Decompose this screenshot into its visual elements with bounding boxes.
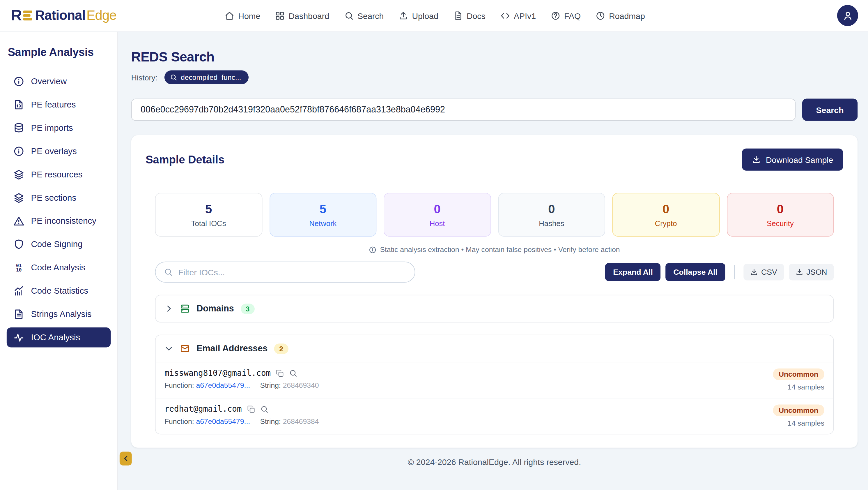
sidebar-item-strings-analysis[interactable]: Strings Analysis [7,302,111,326]
filter-iocs-input[interactable] [178,267,406,277]
download-icon [796,268,803,276]
sidebar-item-code-analysis[interactable]: 01 10 Code Analysis [7,256,111,279]
logo-r-mark: R [11,7,21,24]
user-icon [842,10,853,21]
main-content: REDS Search History: decompiled_func... … [118,31,868,490]
rarity-badge: Uncommon [773,369,824,380]
chevron-right-icon [164,304,173,313]
nav-faq[interactable]: FAQ [551,11,581,20]
search-icon [344,11,353,20]
export-csv-button[interactable]: CSV [743,264,783,280]
sidebar-item-pe-resources[interactable]: PE resources [7,163,111,186]
upload-icon [399,11,408,20]
sidebar-collapse-button[interactable] [120,452,132,465]
activity-icon [13,332,25,343]
sample-count: 14 samples [788,383,824,391]
database-icon [13,122,25,134]
nav-docs[interactable]: Docs [453,11,486,20]
sidebar-item-code-signing[interactable]: Code Signing [7,233,111,256]
sidebar-item-overview[interactable]: Overview [7,70,111,93]
ioc-row: misswang8107@gmail.com Function: a67e0da… [155,362,833,398]
nav-api[interactable]: APIv1 [500,11,536,20]
nav-roadmap[interactable]: Roadmap [595,11,645,20]
search-icon[interactable] [289,369,298,377]
nav-search[interactable]: Search [344,11,384,20]
domains-section-header[interactable]: Domains 3 [155,295,833,322]
rarity-badge: Uncommon [773,404,824,416]
bar-chart-icon [13,286,25,296]
brand-logo[interactable]: R Rational Edge [11,7,117,24]
section-name: Email Addresses [196,343,268,353]
alert-triangle-icon [13,215,25,227]
code-brackets-icon [500,11,510,20]
function-link[interactable]: a67e0da55479... [196,381,250,390]
download-icon [750,268,758,276]
history-label: History: [131,73,157,82]
sidebar-list: Overview PE features PE imports PE overl… [7,70,111,348]
expand-all-button[interactable]: Expand All [606,263,661,281]
page-title: REDS Search [131,49,858,65]
sample-details-card: Sample Details Download Sample 5 Total I… [131,135,858,448]
nav-upload[interactable]: Upload [399,11,438,20]
sidebar-item-pe-inconsistency[interactable]: PE inconsistency [7,209,111,233]
email-section-header[interactable]: Email Addresses 2 [155,335,833,362]
ioc-stats-row: 5 Total IOCs 5 Network 0 Host 0 Hashes [155,193,834,236]
search-row: Search [131,99,858,121]
mail-icon [180,343,190,353]
sidebar-item-pe-imports[interactable]: PE imports [7,116,111,140]
domains-section: Domains 3 [155,295,834,322]
help-circle-icon [551,11,560,20]
card-title: Sample Details [146,153,224,166]
sidebar-item-pe-features[interactable]: PE features [7,93,111,117]
sidebar-item-code-statistics[interactable]: Code Statistics [7,279,111,303]
stat-hashes[interactable]: 0 Hashes [498,193,605,236]
info-circle-icon [369,246,377,254]
nav-dashboard[interactable]: Dashboard [275,11,329,20]
info-circle-icon [13,76,25,87]
section-count-badge: 3 [241,303,255,314]
sidebar-item-pe-sections[interactable]: PE sections [7,186,111,209]
chevron-down-icon [164,344,173,353]
string-ref: 268469340 [283,381,319,390]
email-addresses-section: Email Addresses 2 misswang8107@gmail.com [155,335,834,434]
server-icon [180,304,190,314]
stat-total-iocs[interactable]: 5 Total IOCs [155,193,262,236]
stat-security[interactable]: 0 Security [726,193,834,236]
sidebar-item-ioc-analysis[interactable]: IOC Analysis [7,327,111,347]
download-icon [752,155,761,164]
search-button[interactable]: Search [802,99,858,121]
download-sample-button[interactable]: Download Sample [742,149,843,171]
stat-host[interactable]: 0 Host [384,193,491,236]
top-nav-bar: R Rational Edge Home Dashboard Search [0,0,868,31]
section-count-badge: 2 [274,343,288,354]
hash-search-input[interactable] [131,99,796,121]
history-chip[interactable]: decompiled_func... [165,70,248,85]
home-icon [225,11,234,20]
ioc-row: redhat@gmail.com Function: a67e0da55479.… [155,398,833,434]
ioc-value: redhat@gmail.com [164,404,242,413]
file-text-icon [13,309,25,320]
stat-network[interactable]: 5 Network [269,193,376,236]
ioc-value: misswang8107@gmail.com [164,369,271,377]
search-icon [164,268,173,277]
stat-crypto[interactable]: 0 Crypto [613,193,719,236]
section-name: Domains [196,304,234,314]
collapse-all-button[interactable]: Collapse All [666,263,725,281]
nav-home[interactable]: Home [225,11,260,20]
dashboard-grid-icon [275,11,285,20]
layers-icon [13,169,25,180]
copy-icon[interactable] [247,405,255,413]
function-link[interactable]: a67e0da55479... [196,417,250,426]
logo-name-secondary: Edge [87,8,117,23]
search-icon[interactable] [260,405,268,413]
user-avatar-button[interactable] [837,5,858,26]
binary-icon: 01 10 [13,263,25,272]
filter-input-box [155,262,415,283]
copy-icon[interactable] [276,369,284,377]
info-circle-icon [13,146,25,157]
search-icon [170,74,178,81]
sidebar-item-pe-overlays[interactable]: PE overlays [7,140,111,163]
clock-icon [595,11,605,20]
export-json-button[interactable]: JSON [789,264,834,280]
history-row: History: decompiled_func... [131,70,858,85]
